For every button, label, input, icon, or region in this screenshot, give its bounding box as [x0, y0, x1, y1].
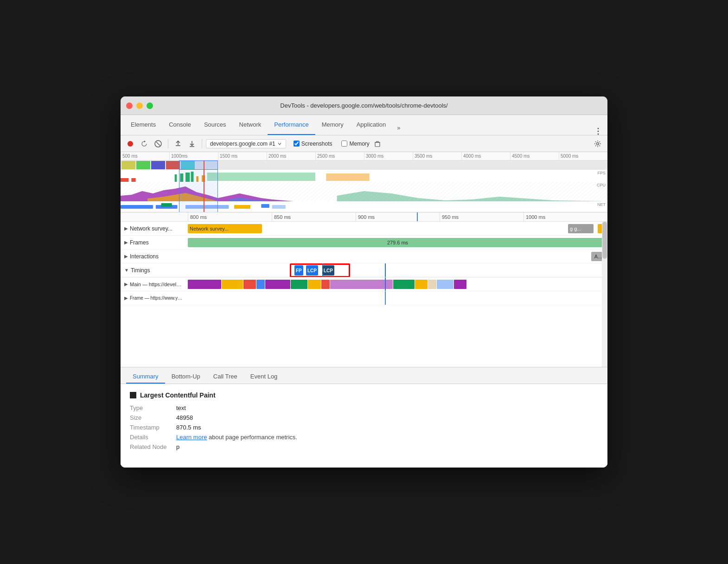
clear-recording-button[interactable]: [371, 138, 383, 150]
net-label: NET: [597, 202, 606, 207]
close-button[interactable]: [126, 103, 133, 109]
tab-sources[interactable]: Sources: [198, 115, 233, 135]
timings-label: Timings: [131, 267, 150, 274]
network-gg-bar[interactable]: g g...: [568, 224, 594, 233]
kebab-icon: [594, 128, 602, 135]
clear-icon: [154, 140, 162, 147]
svg-rect-23: [121, 205, 153, 209]
zoomed-tick-800: 800 ms: [188, 212, 272, 221]
screenshot-thumb: [121, 161, 135, 169]
summary-row-type: Type text: [130, 404, 598, 411]
main-seg-green: [291, 280, 307, 289]
minimize-button[interactable]: [136, 103, 143, 109]
zoomed-cursor: [417, 212, 418, 221]
separator-1: [168, 139, 168, 148]
interactions-label: Interactions: [130, 253, 159, 260]
zoomed-tick-950: 950 ms: [440, 212, 524, 221]
details-label: Details: [130, 434, 176, 441]
timeline-ruler: 500 ms 1000ms 1500 ms 2000 ms 2500 ms 30…: [121, 152, 607, 160]
tab-summary[interactable]: Summary: [126, 370, 165, 384]
timestamp-label: Timestamp: [130, 424, 176, 431]
trash-icon: [374, 141, 381, 147]
tab-more[interactable]: »: [392, 121, 405, 135]
screenshots-checkbox-label[interactable]: Screenshots: [294, 141, 332, 147]
devtools-panel: Elements Console Sources Network Perform…: [121, 115, 607, 468]
timeline-overview[interactable]: 500 ms 1000ms 1500 ms 2000 ms 2500 ms 30…: [121, 152, 607, 212]
screenshot-thumb: [136, 161, 150, 169]
ruler-tick-3000: 3000 ms: [364, 152, 413, 160]
main-seg-red2: [321, 280, 330, 289]
tab-application[interactable]: Application: [350, 115, 393, 135]
network-expand-btn[interactable]: ▶: [124, 226, 128, 231]
svg-rect-17: [326, 173, 369, 181]
frame-expand-btn[interactable]: ▶: [124, 295, 128, 301]
timing-fp-badge[interactable]: FP: [294, 265, 303, 276]
download-button[interactable]: [186, 138, 198, 150]
tab-bottom-up[interactable]: Bottom-Up: [165, 370, 207, 384]
zoomed-tick-850: 850 ms: [272, 212, 356, 221]
related-value: p: [176, 443, 179, 450]
type-label: Type: [130, 404, 176, 411]
details-value: Learn more about page performance metric…: [176, 434, 297, 441]
memory-label: Memory: [349, 141, 369, 147]
svg-rect-6: [375, 142, 380, 147]
memory-checkbox-label[interactable]: Memory: [341, 141, 369, 147]
ruler-tick-1000: 1000ms: [169, 152, 218, 160]
tab-console[interactable]: Console: [162, 115, 198, 135]
flame-row-frame: ▶ Frame — https://www.youtube.com/embed/…: [121, 291, 607, 305]
timing-lcp2-badge[interactable]: LCP: [322, 265, 334, 276]
scrollbar-track[interactable]: [602, 222, 607, 367]
separator-2: [202, 139, 202, 148]
type-value: text: [176, 404, 186, 411]
main-expand-btn[interactable]: ▶: [124, 282, 128, 287]
upload-button[interactable]: [172, 138, 184, 150]
timings-expand-btn[interactable]: ▼: [124, 268, 129, 273]
settings-button[interactable]: [592, 138, 604, 150]
timing-lcp1-badge[interactable]: LCP: [306, 265, 318, 276]
upload-icon: [175, 141, 181, 147]
learn-more-link[interactable]: Learn more: [176, 434, 207, 441]
url-selector[interactable]: developers.google.com #1: [206, 139, 286, 148]
frames-label: Frames: [130, 239, 149, 246]
frames-expand-btn[interactable]: ▶: [124, 240, 128, 245]
summary-title: Largest Contentful Paint: [130, 391, 598, 399]
ruler-tick-500: 500 ms: [121, 152, 169, 160]
main-seg-yellow: [222, 280, 243, 289]
interactions-expand-btn[interactable]: ▶: [124, 254, 128, 259]
titlebar: DevTools - developers.google.com/web/too…: [121, 96, 607, 115]
chevron-down-icon: [277, 141, 282, 146]
frames-bar: 279.6 ms: [188, 238, 607, 247]
svg-rect-27: [234, 205, 250, 209]
tab-performance[interactable]: Performance: [268, 115, 315, 135]
timing-cursor: [385, 263, 386, 277]
main-seg-purple3: [330, 280, 393, 289]
network-survey-bar[interactable]: Network survey...: [188, 224, 262, 233]
svg-rect-9: [131, 178, 135, 182]
tab-bar: Elements Console Sources Network Perform…: [121, 115, 607, 135]
traffic-lights: [126, 103, 153, 109]
download-icon: [189, 141, 195, 147]
svg-rect-29: [272, 205, 286, 209]
cpu-label: CPU: [597, 183, 606, 187]
frames-row-label: ▶ Frames: [121, 239, 188, 246]
scrollbar-thumb[interactable]: [602, 222, 607, 259]
window-title: DevTools - developers.google.com/web/too…: [280, 102, 447, 109]
main-seg-purple2: [265, 280, 290, 289]
memory-checkbox[interactable]: [341, 141, 347, 147]
tab-memory[interactable]: Memory: [315, 115, 350, 135]
ruler-tick-1500: 1500 ms: [218, 152, 267, 160]
tab-elements[interactable]: Elements: [124, 115, 162, 135]
flame-row-frames: ▶ Frames 279.6 ms: [121, 236, 607, 250]
summary-title-text: Largest Contentful Paint: [140, 391, 216, 399]
tab-network[interactable]: Network: [233, 115, 268, 135]
tab-call-tree[interactable]: Call Tree: [207, 370, 244, 384]
record-button[interactable]: [124, 138, 136, 150]
clear-button[interactable]: [152, 138, 164, 150]
kebab-menu[interactable]: [589, 128, 607, 135]
flame-row-timings: ▼ Timings FP LCP LCP: [121, 263, 607, 277]
maximize-button[interactable]: [147, 103, 153, 109]
size-label: Size: [130, 414, 176, 421]
screenshots-checkbox[interactable]: [294, 141, 300, 147]
tab-event-log[interactable]: Event Log: [244, 370, 284, 384]
refresh-button[interactable]: [138, 138, 150, 150]
